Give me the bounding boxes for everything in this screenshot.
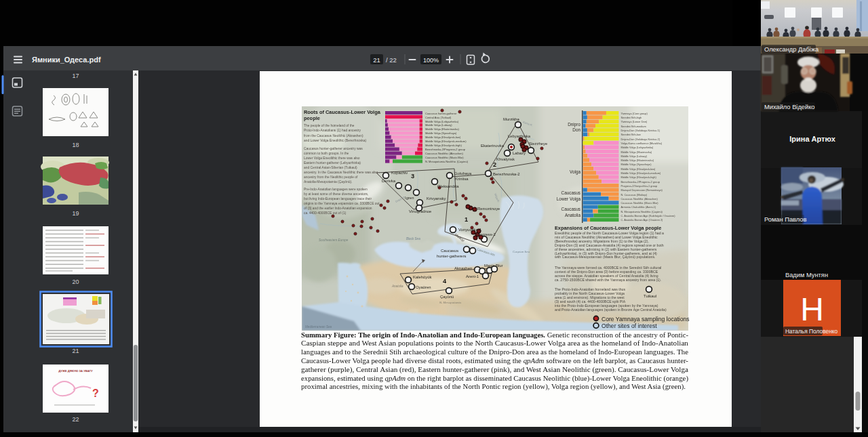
svg-text:Kalehöyük: Kalehöyük <box>413 275 432 279</box>
svg-text:Caucasus Neolithic (Masis Blur: Caucasus Neolithic (Masis Blur) <box>621 201 659 205</box>
svg-text:Олександр Дабіжа: Олександр Дабіжа <box>764 46 819 53</box>
svg-text:Anatolia: Anatolia <box>565 213 581 217</box>
svg-text:N. Mesopotamia: N. Mesopotamia <box>439 301 462 304</box>
svg-text:N. Mesopotamia Neolithic (Çayö: N. Mesopotamia Neolithic (Çayönü) <box>621 210 663 213</box>
svg-text:common to both groups. In the: common to both groups. In the <box>304 152 349 155</box>
svg-text:Ямники_Одеса.pdf: Ямники_Одеса.pdf <box>32 56 101 64</box>
svg-text:N. Mesopotamia Neolithic (Çayö: N. Mesopotamia Neolithic (Çayönü) <box>425 160 469 163</box>
svg-text:N. Caucasus (Maikop): N. Caucasus (Maikop) <box>621 193 648 196</box>
svg-text:Middle Volga (Lebyazhinka): Middle Volga (Lebyazhinka) <box>425 120 459 123</box>
svg-text:19: 19 <box>72 210 79 217</box>
svg-text:Core Yamnaya sampling location: Core Yamnaya sampling locations <box>601 316 690 322</box>
svg-text:Middle Volga (Syezzheye): Middle Volga (Syezzheye) <box>621 163 652 166</box>
svg-text:ancestry. In the Caucasus Neol: ancestry. In the Caucasus Neolithic ther… <box>304 171 378 174</box>
svg-text:Caucasus: Caucasus <box>561 207 580 211</box>
svg-text:of (3) and the earlier Indo-An: of (3) and the earlier Indo-Anatolian ex… <box>304 207 372 210</box>
svg-text:Middle Volga (Labazy): Middle Volga (Labazy) <box>621 154 648 158</box>
svg-text:Aknashen: Aknashen <box>454 266 472 270</box>
svg-text:18: 18 <box>72 142 79 148</box>
svg-text:Summary Figure: The origin of: Summary Figure: The origin of Indo-Anato… <box>301 331 688 339</box>
svg-text:Anatolia: Anatolia <box>391 285 403 288</box>
svg-text:Mediterranean Sea: Mediterranean Sea <box>305 325 332 329</box>
svg-text:with Caucasus-Mesopotamian (Ma: with Caucasus-Mesopotamian (Masis Blur, … <box>555 255 656 259</box>
svg-text:ancestry from the Neolithic pe: ancestry from the Neolithic people of <box>304 175 358 179</box>
svg-text:Proto-Indo-Anatolians (1) had: Proto-Indo-Anatolians (1) had ancestry <box>304 129 361 132</box>
svg-text:Vonyuchka-1: Vonyuchka-1 <box>458 228 481 232</box>
svg-text:Middle Volga (Khvalynsk-low): Middle Volga (Khvalynsk-low) <box>425 136 461 139</box>
svg-text:/ 22: / 22 <box>386 56 397 64</box>
svg-text:Krivyansky: Krivyansky <box>427 196 446 201</box>
svg-text:Southeastern Europe: Southeastern Europe <box>319 238 349 242</box>
svg-text:Oleksandria: Oleksandria <box>437 184 459 188</box>
svg-text:Caucasus Neolithic (Aknashen): Caucasus Neolithic (Aknashen) <box>621 197 658 201</box>
svg-text:Михайло Відейко: Михайло Відейко <box>764 104 815 110</box>
svg-text:Khvalynsk: Khvalynsk <box>496 157 515 161</box>
svg-text:and Lower Volga Eneolithic (Be: and Lower Volga Eneolithic (Berezhnovka) <box>304 139 367 142</box>
svg-text:Вадим Мунтян: Вадим Мунтян <box>785 272 828 278</box>
svg-text:proximal ancestries, mixing wi: proximal ancestries, mixing with the inh… <box>301 383 686 391</box>
svg-text:Armenia Chalcolithic (Areni-1): Armenia Chalcolithic (Areni-1) <box>621 205 656 209</box>
svg-text:4: 4 <box>443 278 447 285</box>
svg-text:Roots of Caucasus-Lower Volga: Roots of Caucasus-Lower Volga <box>304 109 381 115</box>
svg-text:Dnipro-Don (Golubaya Krinitsa: Dnipro-Don (Golubaya Krinitsa 1) <box>621 129 660 132</box>
svg-text:Tutkaul: Tutkaul <box>644 294 656 298</box>
svg-text:origins to the Yamnaya expansi: origins to the Yamnaya expansion ca. 330… <box>304 202 380 205</box>
svg-text:C. Anatolia Bronze Age (Ovaöre: C. Anatolia Bronze Age (Ovaören 2) <box>621 218 664 222</box>
svg-text:Middle Volga (Khvalynsk-low): Middle Volga (Khvalynsk-low) <box>621 167 656 171</box>
svg-text:and Proto-Anatolian languages: and Proto-Anatolian languages (spoken in… <box>555 308 667 312</box>
svg-text:Middle Volga (Khvalynsk-high): Middle Volga (Khvalynsk-high) <box>621 175 657 179</box>
svg-text:Caucasus: Caucasus <box>441 249 458 253</box>
svg-text:Pre-Indo-Anatolian languages w: Pre-Indo-Anatolian languages were spoken <box>304 188 368 191</box>
svg-text:hunter-gatherers: hunter-gatherers <box>437 254 467 258</box>
svg-text:Middle Volga (Khvalynsk-medium: Middle Volga (Khvalynsk-medium) <box>621 171 662 175</box>
svg-text:22: 22 <box>72 416 79 423</box>
svg-text:Serednii Stih-low: Serednii Stih-low <box>621 133 641 136</box>
svg-text:Middle Volga (Syezzhaya): Middle Volga (Syezzhaya) <box>425 131 457 135</box>
svg-text:ДУЖЕ ДЯКУЮ ЗА УВАГУ: ДУЖЕ ДЯКУЮ ЗА УВАГУ <box>58 369 93 373</box>
svg-text:The people of the homeland of: The people of the homeland of the <box>304 124 355 127</box>
svg-text:Yamnaya (Core group): Yamnaya (Core group) <box>621 112 648 115</box>
svg-text:Anatolia-Mesopotamia (Çayönü).: Anatolia-Mesopotamia (Çayönü). <box>304 180 353 184</box>
svg-text:Çayönü: Çayönü <box>440 295 454 299</box>
svg-text:Areni-1: Areni-1 <box>466 274 479 278</box>
svg-text:H: H <box>800 291 824 327</box>
svg-text:Other sites of interest: Other sites of interest <box>601 322 657 329</box>
svg-text:Caucasus: Caucasus <box>561 190 580 195</box>
svg-text:Central Asia (Tutkaul): Central Asia (Tutkaul) <box>425 116 452 119</box>
svg-text:expansions, estimated using qp: expansions, estimated using qpAdm on the… <box>301 375 688 383</box>
svg-text:Serednii Stih-medium: Serednii Stih-medium <box>621 125 646 128</box>
svg-text:C. Anatolia Bronze Age (Kalehö: C. Anatolia Bronze Age (Kalehöyük / Ovaö… <box>621 214 676 217</box>
svg-text:Caucasus Neolithic (Aknashen): Caucasus Neolithic (Aknashen) <box>425 152 463 155</box>
svg-text:100%: 100% <box>423 57 439 64</box>
svg-text:Berezhnovka-2/Progress-2 group: Berezhnovka-2/Progress-2 group <box>425 148 466 151</box>
svg-text:Middle Volga (Khvalynsk-medium: Middle Volga (Khvalynsk-medium) <box>425 140 467 143</box>
svg-text:Caspian steppe and West Asian: Caspian steppe and West Asian population… <box>301 339 688 347</box>
svg-text:Derivka: Derivka <box>382 179 396 183</box>
svg-text:Caucasus hunter-gatherer ances: Caucasus hunter-gatherer ancestry was <box>304 147 363 150</box>
svg-text:Роман Павлов: Роман Павлов <box>764 216 807 223</box>
svg-text:Middle Volga (Labazy): Middle Volga (Labazy) <box>425 123 452 127</box>
svg-text:?: ? <box>92 388 99 399</box>
svg-text:Middle Volga (Ekaterinovka): Middle Volga (Ekaterinovka) <box>621 159 654 162</box>
svg-text:Don: Don <box>572 127 580 132</box>
svg-text:Ірина Артюх: Ірина Артюх <box>789 135 835 143</box>
svg-text:Lower Volga: Lower Volga <box>557 196 581 202</box>
svg-text:Labazy: Labazy <box>513 151 526 155</box>
svg-text:Ekaterinovka: Ekaterinovka <box>481 144 505 148</box>
svg-text:languages and to the Serednii: languages and to the Serednii Stih archa… <box>301 348 689 356</box>
svg-text:Volga: Volga <box>570 169 580 175</box>
svg-text:20: 20 <box>72 278 79 285</box>
svg-text:Krinitsa: Krinitsa <box>455 177 469 181</box>
svg-text:Eastern hunter-gatherer (Lebya: Eastern hunter-gatherer (Lebyazhinka) <box>304 161 361 165</box>
svg-text:Наталья Половенко: Наталья Половенко <box>785 328 838 335</box>
svg-text:Middle Volga (Khvalynsk-high): Middle Volga (Khvalynsk-high) <box>425 144 462 147</box>
svg-text:Caucasus Neolithic (Masis Blur: Caucasus Neolithic (Masis Blur) <box>425 156 464 159</box>
svg-text:17: 17 <box>72 72 79 79</box>
svg-text:Caspian Sea: Caspian Sea <box>513 250 530 253</box>
svg-text:by at least some of these dive: by at least some of these diverse ancest… <box>304 192 368 196</box>
svg-text:Dnipro: Dnipro <box>568 122 580 127</box>
svg-text:Berezhnovka-2: Berezhnovka-2 <box>493 172 520 176</box>
svg-text:Golubaya: Golubaya <box>454 171 472 175</box>
svg-text:and Central Asian-Siberian (Tu: and Central Asian-Siberian (Tutkaul) <box>304 166 357 169</box>
svg-text:Middle Volga (Lebyazhinka): Middle Volga (Lebyazhinka) <box>621 146 654 149</box>
